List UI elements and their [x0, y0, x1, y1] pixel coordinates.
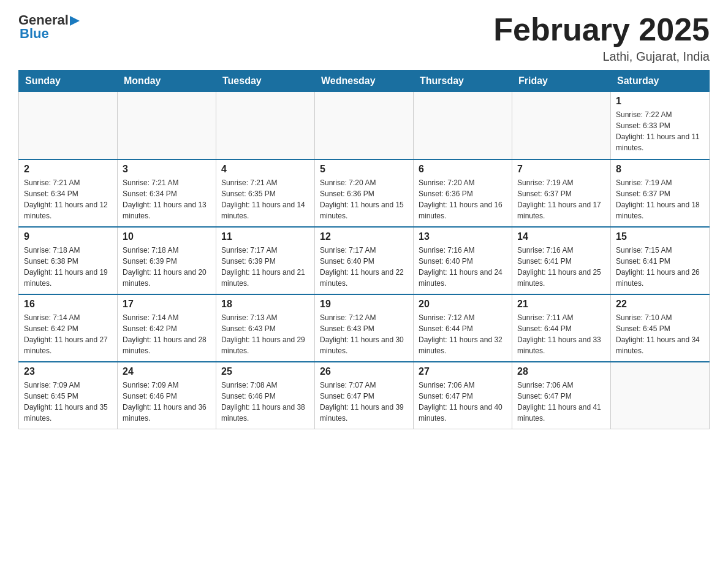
day-number: 27 — [419, 366, 507, 377]
day-number: 4 — [221, 164, 309, 175]
calendar-cell: 9Sunrise: 7:18 AMSunset: 6:38 PMDaylight… — [19, 227, 118, 294]
day-number: 10 — [123, 231, 211, 242]
calendar-cell — [414, 92, 512, 159]
calendar-week-row: 16Sunrise: 7:14 AMSunset: 6:42 PMDayligh… — [19, 294, 710, 362]
calendar-cell: 16Sunrise: 7:14 AMSunset: 6:42 PMDayligh… — [19, 294, 118, 362]
day-number: 18 — [221, 299, 309, 310]
weekday-header-tuesday: Tuesday — [216, 71, 315, 92]
calendar-subtitle: Lathi, Gujarat, India — [493, 50, 710, 64]
weekday-header-row: SundayMondayTuesdayWednesdayThursdayFrid… — [19, 71, 710, 92]
calendar-cell — [118, 92, 216, 159]
weekday-header-thursday: Thursday — [414, 71, 512, 92]
calendar-cell — [315, 92, 414, 159]
day-number: 2 — [24, 164, 112, 175]
day-number: 1 — [616, 96, 704, 107]
calendar-cell: 27Sunrise: 7:06 AMSunset: 6:47 PMDayligh… — [414, 362, 512, 429]
calendar-table: SundayMondayTuesdayWednesdayThursdayFrid… — [18, 70, 710, 429]
calendar-cell: 19Sunrise: 7:12 AMSunset: 6:43 PMDayligh… — [315, 294, 414, 362]
calendar-week-row: 1Sunrise: 7:22 AMSunset: 6:33 PMDaylight… — [19, 92, 710, 159]
weekday-header-sunday: Sunday — [19, 71, 118, 92]
day-number: 20 — [419, 299, 507, 310]
calendar-cell: 7Sunrise: 7:19 AMSunset: 6:37 PMDaylight… — [512, 159, 611, 227]
calendar-cell: 26Sunrise: 7:07 AMSunset: 6:47 PMDayligh… — [315, 362, 414, 429]
calendar-cell: 25Sunrise: 7:08 AMSunset: 6:46 PMDayligh… — [216, 362, 315, 429]
calendar-cell: 4Sunrise: 7:21 AMSunset: 6:35 PMDaylight… — [216, 159, 315, 227]
svg-marker-0 — [70, 16, 80, 26]
day-number: 17 — [123, 299, 211, 310]
day-info: Sunrise: 7:17 AMSunset: 6:40 PMDaylight:… — [320, 245, 408, 289]
day-info: Sunrise: 7:21 AMSunset: 6:34 PMDaylight:… — [24, 177, 112, 221]
calendar-week-row: 9Sunrise: 7:18 AMSunset: 6:38 PMDaylight… — [19, 227, 710, 294]
day-number: 7 — [517, 164, 605, 175]
calendar-week-row: 23Sunrise: 7:09 AMSunset: 6:45 PMDayligh… — [19, 362, 710, 429]
day-info: Sunrise: 7:21 AMSunset: 6:34 PMDaylight:… — [123, 177, 211, 221]
calendar-title: February 2025 — [493, 12, 710, 47]
calendar-cell: 18Sunrise: 7:13 AMSunset: 6:43 PMDayligh… — [216, 294, 315, 362]
day-info: Sunrise: 7:14 AMSunset: 6:42 PMDaylight:… — [123, 312, 211, 356]
calendar-cell: 21Sunrise: 7:11 AMSunset: 6:44 PMDayligh… — [512, 294, 611, 362]
day-info: Sunrise: 7:13 AMSunset: 6:43 PMDaylight:… — [221, 312, 309, 356]
day-number: 8 — [616, 164, 704, 175]
day-number: 28 — [517, 366, 605, 377]
day-info: Sunrise: 7:06 AMSunset: 6:47 PMDaylight:… — [419, 380, 507, 424]
calendar-cell: 3Sunrise: 7:21 AMSunset: 6:34 PMDaylight… — [118, 159, 216, 227]
day-info: Sunrise: 7:06 AMSunset: 6:47 PMDaylight:… — [517, 380, 605, 424]
day-info: Sunrise: 7:19 AMSunset: 6:37 PMDaylight:… — [517, 177, 605, 221]
calendar-cell: 12Sunrise: 7:17 AMSunset: 6:40 PMDayligh… — [315, 227, 414, 294]
day-number: 23 — [24, 366, 112, 377]
calendar-cell: 5Sunrise: 7:20 AMSunset: 6:36 PMDaylight… — [315, 159, 414, 227]
calendar-cell: 8Sunrise: 7:19 AMSunset: 6:37 PMDaylight… — [611, 159, 710, 227]
day-info: Sunrise: 7:12 AMSunset: 6:43 PMDaylight:… — [320, 312, 408, 356]
calendar-cell: 20Sunrise: 7:12 AMSunset: 6:44 PMDayligh… — [414, 294, 512, 362]
day-info: Sunrise: 7:18 AMSunset: 6:39 PMDaylight:… — [123, 245, 211, 289]
day-info: Sunrise: 7:20 AMSunset: 6:36 PMDaylight:… — [419, 177, 507, 221]
day-number: 3 — [123, 164, 211, 175]
day-info: Sunrise: 7:22 AMSunset: 6:33 PMDaylight:… — [616, 109, 704, 153]
title-section: February 2025 Lathi, Gujarat, India — [493, 12, 710, 64]
day-info: Sunrise: 7:09 AMSunset: 6:45 PMDaylight:… — [24, 380, 112, 424]
day-info: Sunrise: 7:12 AMSunset: 6:44 PMDaylight:… — [419, 312, 507, 356]
day-info: Sunrise: 7:21 AMSunset: 6:35 PMDaylight:… — [221, 177, 309, 221]
calendar-cell: 10Sunrise: 7:18 AMSunset: 6:39 PMDayligh… — [118, 227, 216, 294]
day-number: 22 — [616, 299, 704, 310]
calendar-cell: 23Sunrise: 7:09 AMSunset: 6:45 PMDayligh… — [19, 362, 118, 429]
day-info: Sunrise: 7:16 AMSunset: 6:41 PMDaylight:… — [517, 245, 605, 289]
logo-blue: Blue — [20, 26, 80, 42]
calendar-cell: 24Sunrise: 7:09 AMSunset: 6:46 PMDayligh… — [118, 362, 216, 429]
day-number: 6 — [419, 164, 507, 175]
weekday-header-wednesday: Wednesday — [315, 71, 414, 92]
calendar-cell: 28Sunrise: 7:06 AMSunset: 6:47 PMDayligh… — [512, 362, 611, 429]
day-number: 12 — [320, 231, 408, 242]
day-info: Sunrise: 7:17 AMSunset: 6:39 PMDaylight:… — [221, 245, 309, 289]
calendar-week-row: 2Sunrise: 7:21 AMSunset: 6:34 PMDaylight… — [19, 159, 710, 227]
day-number: 9 — [24, 231, 112, 242]
calendar-cell: 15Sunrise: 7:15 AMSunset: 6:41 PMDayligh… — [611, 227, 710, 294]
calendar-cell: 6Sunrise: 7:20 AMSunset: 6:36 PMDaylight… — [414, 159, 512, 227]
day-number: 21 — [517, 299, 605, 310]
day-number: 13 — [419, 231, 507, 242]
day-info: Sunrise: 7:18 AMSunset: 6:38 PMDaylight:… — [24, 245, 112, 289]
calendar-cell — [512, 92, 611, 159]
day-info: Sunrise: 7:09 AMSunset: 6:46 PMDaylight:… — [123, 380, 211, 424]
calendar-cell: 11Sunrise: 7:17 AMSunset: 6:39 PMDayligh… — [216, 227, 315, 294]
day-info: Sunrise: 7:10 AMSunset: 6:45 PMDaylight:… — [616, 312, 704, 356]
calendar-cell: 17Sunrise: 7:14 AMSunset: 6:42 PMDayligh… — [118, 294, 216, 362]
day-number: 16 — [24, 299, 112, 310]
day-number: 15 — [616, 231, 704, 242]
calendar-cell — [19, 92, 118, 159]
calendar-cell: 2Sunrise: 7:21 AMSunset: 6:34 PMDaylight… — [19, 159, 118, 227]
day-number: 5 — [320, 164, 408, 175]
day-info: Sunrise: 7:19 AMSunset: 6:37 PMDaylight:… — [616, 177, 704, 221]
calendar-cell: 1Sunrise: 7:22 AMSunset: 6:33 PMDaylight… — [611, 92, 710, 159]
day-number: 11 — [221, 231, 309, 242]
day-number: 14 — [517, 231, 605, 242]
day-info: Sunrise: 7:20 AMSunset: 6:36 PMDaylight:… — [320, 177, 408, 221]
day-info: Sunrise: 7:11 AMSunset: 6:44 PMDaylight:… — [517, 312, 605, 356]
day-info: Sunrise: 7:08 AMSunset: 6:46 PMDaylight:… — [221, 380, 309, 424]
day-info: Sunrise: 7:14 AMSunset: 6:42 PMDaylight:… — [24, 312, 112, 356]
day-number: 25 — [221, 366, 309, 377]
day-info: Sunrise: 7:15 AMSunset: 6:41 PMDaylight:… — [616, 245, 704, 289]
day-info: Sunrise: 7:07 AMSunset: 6:47 PMDaylight:… — [320, 380, 408, 424]
weekday-header-saturday: Saturday — [611, 71, 710, 92]
calendar-cell — [611, 362, 710, 429]
